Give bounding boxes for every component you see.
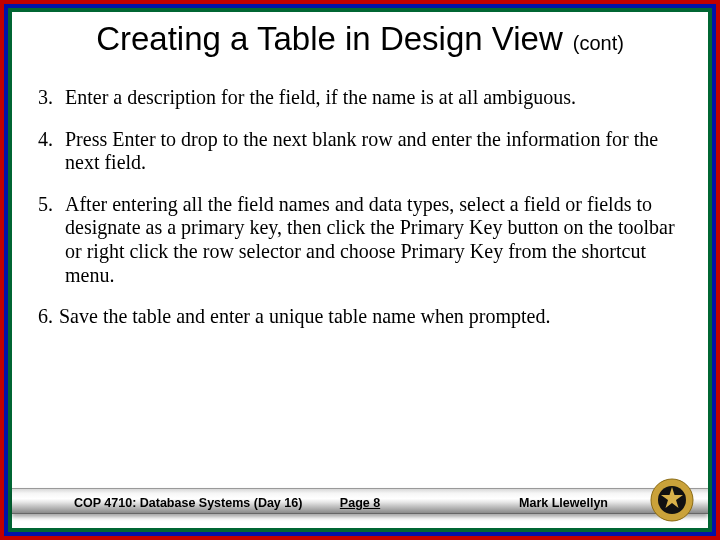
list-text: After entering all the field names and d… bbox=[65, 193, 682, 287]
list-item: 3. Enter a description for the field, if… bbox=[38, 86, 682, 110]
list-item: 6. Save the table and enter a unique tab… bbox=[38, 305, 682, 329]
footer-author: Mark Llewellyn bbox=[519, 496, 608, 510]
border-blue: Creating a Table in Design View (cont) 3… bbox=[4, 4, 716, 536]
title-area: Creating a Table in Design View (cont) bbox=[12, 12, 708, 58]
ucf-seal-icon bbox=[650, 478, 694, 522]
border-red: Creating a Table in Design View (cont) 3… bbox=[0, 0, 720, 540]
list-item: 4. Press Enter to drop to the next blank… bbox=[38, 128, 682, 175]
border-green: Creating a Table in Design View (cont) 3… bbox=[8, 8, 712, 532]
footer-course: COP 4710: Database Systems (Day 16) bbox=[74, 496, 302, 510]
list-item: 5. After entering all the field names an… bbox=[38, 193, 682, 287]
list-number: 4. bbox=[38, 128, 65, 175]
list-number: 3. bbox=[38, 86, 65, 110]
list-text: Save the table and enter a unique table … bbox=[59, 305, 682, 329]
body: 3. Enter a description for the field, if… bbox=[12, 58, 708, 528]
slide: Creating a Table in Design View (cont) 3… bbox=[12, 12, 708, 528]
slide-title-cont: (cont) bbox=[573, 32, 624, 54]
list-text: Enter a description for the field, if th… bbox=[65, 86, 682, 110]
footer: COP 4710: Database Systems (Day 16) Page… bbox=[12, 470, 708, 528]
footer-page: Page 8 bbox=[340, 496, 380, 510]
list-number: 5. bbox=[38, 193, 65, 287]
list-text: Press Enter to drop to the next blank ro… bbox=[65, 128, 682, 175]
slide-title: Creating a Table in Design View bbox=[96, 20, 563, 57]
list-number: 6. bbox=[38, 305, 59, 329]
